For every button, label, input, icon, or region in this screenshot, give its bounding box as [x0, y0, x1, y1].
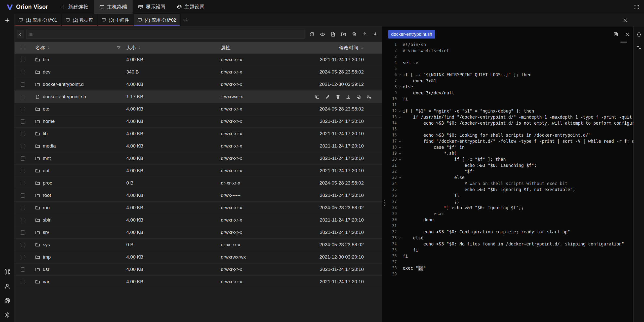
code-line[interactable]: 7 exec 3>&1: [386, 78, 633, 84]
terminal-tab-2[interactable]: (2) 数据库: [62, 14, 98, 26]
file-row[interactable]: docker-entrypoint.d4.00 KBdrwxr-xr-x2021…: [15, 78, 382, 91]
new-file-icon[interactable]: [331, 32, 336, 37]
new-folder-icon[interactable]: [341, 32, 346, 37]
row-checkbox[interactable]: [21, 280, 25, 284]
file-row[interactable]: lib4.00 KBdrwxr-xr-x2021-11-24 17:20:10: [15, 128, 382, 140]
code-line[interactable]: 21 echo >&3 "$0: Launching $f";: [386, 162, 633, 168]
file-row[interactable]: bin4.00 KBdrwxr-xr-x2021-11-24 17:20:10: [15, 54, 382, 66]
fold-icon[interactable]: [398, 140, 401, 143]
code-line[interactable]: 11: [386, 102, 633, 108]
new-connection-icon[interactable]: [5, 18, 10, 23]
profile-icon[interactable]: [4, 283, 10, 289]
select-all-checkbox[interactable]: [21, 46, 25, 50]
sort-name-icon[interactable]: [47, 46, 50, 50]
upload-icon[interactable]: [362, 32, 367, 37]
fold-icon[interactable]: [398, 110, 401, 113]
code-line[interactable]: 12if [ "$1" = "nginx" -o "$1" = "nginx-d…: [386, 108, 633, 114]
row-checkbox[interactable]: [21, 255, 25, 259]
row-checkbox[interactable]: [21, 82, 25, 87]
terminal-tab-1[interactable]: (1) 应用-分析01: [15, 14, 62, 26]
refresh-icon[interactable]: [309, 32, 314, 37]
code-line[interactable]: 16 echo >&3 "$0: Looking for shell scrip…: [386, 132, 633, 138]
file-row[interactable]: srv4.00 KBdrwxr-xr-x2021-11-24 17:20:10: [15, 226, 382, 239]
fold-icon[interactable]: [398, 85, 401, 89]
delete-icon[interactable]: [352, 32, 357, 37]
file-row[interactable]: media4.00 KBdrwxr-xr-x2021-11-24 17:20:1…: [15, 140, 382, 152]
code-editor[interactable]: 1#!/bin/sh2# vim:sw=4:ts=4:et34set -e56i…: [386, 41, 633, 322]
file-row[interactable]: docker-entrypoint.sh1.17 KB-rwxrwxr-x: [15, 91, 382, 103]
fullscreen-icon[interactable]: [634, 4, 639, 10]
file-row[interactable]: dev340 Bdrwxr-xr-x2024-05-28 23:58:02: [15, 66, 382, 78]
code-line[interactable]: 39: [386, 271, 633, 277]
code-line[interactable]: 19 *.sh): [386, 150, 633, 156]
column-size[interactable]: 大小: [126, 45, 136, 51]
fold-icon[interactable]: [398, 73, 401, 77]
row-checkbox[interactable]: [21, 119, 25, 124]
row-checkbox[interactable]: [21, 218, 25, 222]
path-list-icon[interactable]: [29, 32, 33, 36]
column-name[interactable]: 名称: [35, 45, 45, 51]
format-icon[interactable]: [636, 32, 641, 37]
row-checkbox[interactable]: [21, 144, 25, 148]
download-icon[interactable]: [346, 94, 351, 99]
file-row[interactable]: sys0 Bdr-xr-xr-x2024-05-28 23:58:02: [15, 239, 382, 251]
nav-new-connection[interactable]: 新建连接: [55, 0, 94, 14]
code-line[interactable]: 37: [386, 259, 633, 265]
row-checkbox[interactable]: [21, 193, 25, 198]
row-checkbox[interactable]: [21, 132, 25, 136]
row-checkbox[interactable]: [21, 107, 25, 111]
filter-icon[interactable]: [117, 46, 121, 50]
file-row[interactable]: proc0 Bdr-xr-xr-x2024-05-28 23:58:02: [15, 177, 382, 189]
back-button[interactable]: [17, 30, 24, 39]
code-line[interactable]: 32 echo >&3 "$0: Configuration complete;…: [386, 229, 633, 235]
code-line[interactable]: 28 *) echo >&3 "$0: Ignoring $f";;: [386, 205, 633, 211]
row-checkbox[interactable]: [21, 156, 25, 161]
code-line[interactable]: 14 echo >&3 "$0: /docker-entrypoint.d/ i…: [386, 120, 633, 126]
column-mtime[interactable]: 修改时间: [339, 45, 358, 51]
sort-lines-icon[interactable]: [636, 45, 641, 50]
settings-icon[interactable]: [4, 312, 10, 318]
row-checkbox[interactable]: [21, 206, 25, 210]
code-line[interactable]: 8else: [386, 84, 633, 90]
duplicate-icon[interactable]: [356, 94, 361, 99]
code-line[interactable]: 26 fi: [386, 193, 633, 199]
row-checkbox[interactable]: [21, 95, 25, 99]
fold-icon[interactable]: [398, 176, 401, 179]
code-line[interactable]: 10fi: [386, 96, 633, 102]
nav-theme-settings[interactable]: 主题设置: [171, 0, 210, 14]
code-line[interactable]: 1#!/bin/sh: [386, 42, 633, 48]
save-icon[interactable]: [613, 32, 618, 37]
file-row[interactable]: opt4.00 KBdrwxr-xr-x2021-11-24 17:20:10: [15, 165, 382, 177]
code-line[interactable]: 3: [386, 54, 633, 60]
file-row[interactable]: tmp4.00 KBdrwxrwxrwx2021-12-30 03:29:10: [15, 251, 382, 263]
terminal-tab-4[interactable]: (4) 应用-分析02: [134, 14, 181, 26]
code-line[interactable]: 2# vim:sw=4:ts=4:et: [386, 48, 633, 54]
fold-icon[interactable]: [398, 158, 401, 161]
code-line[interactable]: 38exec "$@": [386, 265, 633, 271]
file-row[interactable]: etc4.00 KBdrwxr-xr-x2024-05-28 23:58:02: [15, 103, 382, 115]
row-checkbox[interactable]: [21, 169, 25, 173]
code-line[interactable]: 22 "$f": [386, 168, 633, 174]
edit-icon[interactable]: [325, 94, 330, 99]
terminal-tab-3[interactable]: (3) 中间件: [98, 14, 134, 26]
fold-icon[interactable]: [398, 236, 401, 240]
code-line[interactable]: 13 if /usr/bin/find "/docker-entrypoint.…: [386, 114, 633, 120]
close-panel-icon[interactable]: [623, 18, 628, 23]
shortcut-icon[interactable]: [4, 269, 10, 275]
file-row[interactable]: home4.00 KBdrwxr-xr-x2021-11-24 17:20:10: [15, 115, 382, 128]
code-line[interactable]: 34 echo >&3 "$0: No files found in /dock…: [386, 241, 633, 247]
code-line[interactable]: 35 fi: [386, 247, 633, 253]
file-row[interactable]: var4.00 KBdrwxr-xr-x2021-11-24 17:20:10: [15, 276, 382, 288]
open-file-tab[interactable]: docker-entrypoint.sh: [388, 30, 435, 39]
editor-close-icon[interactable]: [625, 32, 630, 37]
sort-size-icon[interactable]: [138, 46, 141, 50]
download-icon[interactable]: [373, 32, 378, 37]
row-checkbox[interactable]: [21, 243, 25, 247]
row-checkbox[interactable]: [21, 230, 25, 235]
code-line[interactable]: 17 find "/docker-entrypoint.d/" -follow …: [386, 138, 633, 144]
code-line[interactable]: 24 # warn on shell scripts without exec …: [386, 181, 633, 187]
code-line[interactable]: 30 done: [386, 217, 633, 223]
code-line[interactable]: 4set -e: [386, 60, 633, 66]
code-line[interactable]: 18 case "$f" in: [386, 144, 633, 150]
row-checkbox[interactable]: [21, 58, 25, 62]
